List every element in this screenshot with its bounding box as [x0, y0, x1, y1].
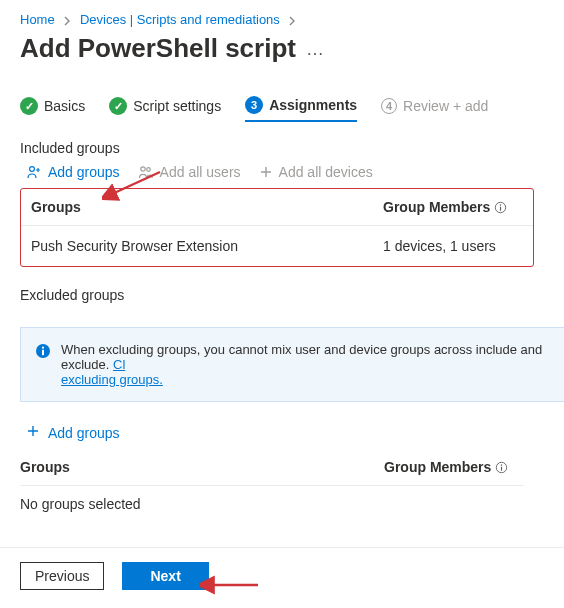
more-actions-button[interactable]: …	[306, 40, 324, 58]
check-icon	[20, 97, 38, 115]
excluded-empty-text: No groups selected	[20, 486, 564, 532]
col-header-members: Group Members	[384, 459, 491, 475]
group-name: Push Security Browser Extension	[31, 238, 383, 254]
next-button[interactable]: Next	[122, 562, 208, 590]
banner-link-partial[interactable]: Cl	[113, 357, 125, 372]
included-actions-row: Add groups Add all users Add all devices	[20, 162, 564, 188]
svg-point-10	[501, 464, 502, 465]
plus-icon	[26, 424, 40, 441]
step-label: Script settings	[133, 98, 221, 114]
add-all-devices-label: Add all devices	[279, 164, 373, 180]
step-assignments[interactable]: 3 Assignments	[245, 96, 357, 122]
svg-point-4	[500, 204, 501, 205]
step-review-add: 4 Review + add	[381, 98, 488, 120]
excluded-groups-heading: Excluded groups	[20, 273, 564, 309]
add-groups-button[interactable]: Add groups	[26, 164, 120, 180]
col-header-groups: Groups	[20, 459, 384, 475]
breadcrumb-home[interactable]: Home	[20, 12, 55, 27]
exclude-info-banner: When excluding groups, you cannot mix us…	[20, 327, 564, 402]
breadcrumb: Home Devices | Scripts and remediations	[20, 10, 564, 33]
svg-point-1	[140, 167, 144, 171]
col-header-groups: Groups	[31, 199, 383, 215]
wizard-footer: Previous Next	[0, 547, 564, 608]
chevron-right-icon	[287, 16, 297, 26]
breadcrumb-devices[interactable]: Devices | Scripts and remediations	[80, 12, 280, 27]
add-excluded-groups-button[interactable]: Add groups	[20, 418, 120, 449]
step-basics[interactable]: Basics	[20, 97, 85, 121]
info-icon	[35, 343, 51, 362]
svg-rect-5	[500, 206, 501, 210]
step-label: Assignments	[269, 97, 357, 113]
svg-point-2	[146, 168, 150, 172]
add-groups-label: Add groups	[48, 425, 120, 441]
included-groups-table: Groups Group Members Push Security Brows…	[20, 188, 534, 267]
group-members: 1 devices, 1 users	[383, 238, 523, 254]
banner-text: When excluding groups, you cannot mix us…	[61, 342, 542, 372]
add-all-users-button[interactable]: Add all users	[138, 164, 241, 180]
add-groups-label: Add groups	[48, 164, 120, 180]
wizard-steps: Basics Script settings 3 Assignments 4 R…	[20, 86, 564, 126]
table-row[interactable]: Push Security Browser Extension 1 device…	[21, 226, 533, 266]
plus-icon	[259, 165, 273, 179]
add-all-devices-button[interactable]: Add all devices	[259, 164, 373, 180]
svg-point-0	[30, 167, 35, 172]
info-icon[interactable]	[494, 201, 507, 214]
chevron-right-icon	[62, 16, 72, 26]
step-label: Basics	[44, 98, 85, 114]
add-all-users-label: Add all users	[160, 164, 241, 180]
users-icon	[138, 164, 154, 180]
svg-rect-8	[42, 350, 44, 355]
step-number-icon: 3	[245, 96, 263, 114]
add-user-icon	[26, 164, 42, 180]
banner-link[interactable]: excluding groups.	[61, 372, 163, 387]
info-icon[interactable]	[495, 461, 508, 474]
page-title: Add PowerShell script	[20, 33, 296, 64]
col-header-members: Group Members	[383, 199, 490, 215]
svg-point-7	[42, 347, 44, 349]
svg-rect-11	[501, 466, 502, 470]
included-groups-heading: Included groups	[20, 126, 564, 162]
check-icon	[109, 97, 127, 115]
step-label: Review + add	[403, 98, 488, 114]
step-number-icon: 4	[381, 98, 397, 114]
step-script-settings[interactable]: Script settings	[109, 97, 221, 121]
previous-button[interactable]: Previous	[20, 562, 104, 590]
